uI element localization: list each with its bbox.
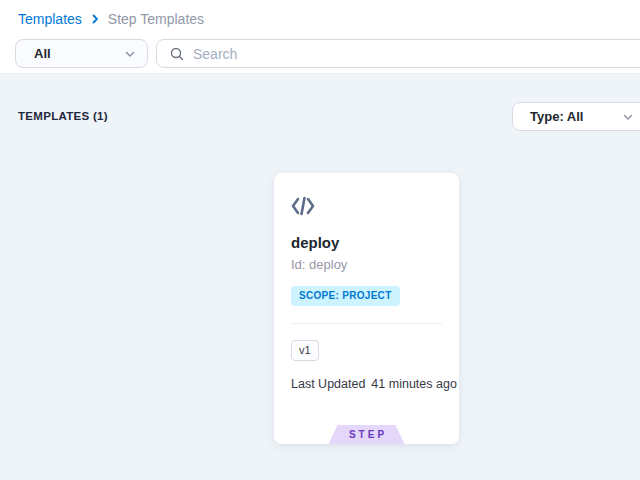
scope-badge: SCOPE: PROJECT <box>291 286 400 306</box>
version-chip[interactable]: v1 <box>291 340 319 361</box>
templates-count-label: TEMPLATES (1) <box>18 110 108 122</box>
search-icon <box>169 46 185 62</box>
type-filter-dropdown[interactable]: Type: All <box>512 102 640 131</box>
breadcrumb-current: Step Templates <box>108 11 204 27</box>
code-icon <box>290 195 316 217</box>
template-type-tag: STEP <box>329 425 405 444</box>
search-input[interactable] <box>193 46 637 62</box>
chevron-right-icon <box>89 13 101 25</box>
last-updated-label: Last Updated <box>291 377 365 391</box>
last-updated-value: 41 minutes ago <box>371 377 456 391</box>
breadcrumb: Templates Step Templates <box>18 11 204 27</box>
scope-filter-dropdown[interactable]: All <box>15 39 148 68</box>
page-header: Templates Step Templates All <box>0 0 640 74</box>
type-filter-value: Type: All <box>530 109 621 124</box>
chevron-down-icon <box>123 47 137 61</box>
template-title: deploy <box>291 234 339 251</box>
breadcrumb-link-templates[interactable]: Templates <box>18 11 82 27</box>
template-card-deploy[interactable]: deploy Id: deploy SCOPE: PROJECT v1 Last… <box>274 173 459 444</box>
template-type-tag-label: STEP <box>349 429 387 440</box>
chevron-down-icon <box>621 110 635 124</box>
template-id: Id: deploy <box>291 257 347 272</box>
step-templates-page: Templates Step Templates All <box>0 0 640 480</box>
last-updated: Last Updated 41 minutes ago <box>291 377 457 391</box>
card-divider <box>292 323 442 324</box>
search-box[interactable] <box>156 39 640 68</box>
scope-filter-value: All <box>34 46 123 61</box>
